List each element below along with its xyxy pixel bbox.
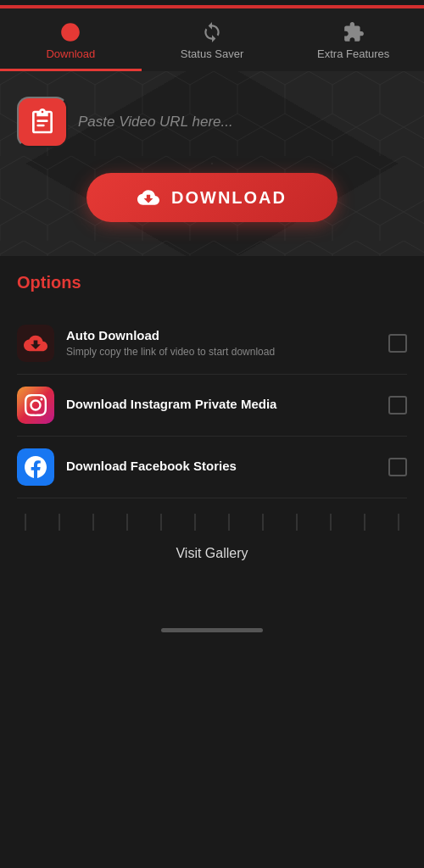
download-cloud-icon — [137, 186, 159, 209]
facebook-logo-icon — [25, 456, 47, 478]
tick-11 — [364, 514, 365, 531]
tick-7 — [228, 514, 230, 531]
home-indicator — [161, 628, 263, 632]
tab-status-saver-label: Status Saver — [181, 47, 243, 60]
paste-icon — [29, 108, 56, 136]
tick-6 — [194, 514, 196, 531]
url-input-wrapper — [78, 114, 407, 131]
options-section: Options Auto Download Simply copy the li… — [0, 256, 424, 507]
facebook-option-title: Download Facebook Stories — [66, 459, 377, 473]
tick-1 — [25, 514, 26, 531]
extra-features-tab-icon — [342, 20, 365, 44]
tab-download-label: Download — [46, 47, 95, 60]
auto-download-desc: Simply copy the link of video to start d… — [66, 345, 377, 359]
tick-2 — [59, 514, 60, 531]
tick-9 — [296, 514, 298, 531]
auto-download-icon — [17, 325, 54, 362]
status-saver-tab-icon — [200, 20, 224, 44]
instagram-option-text: Download Instagram Private Media — [66, 397, 377, 414]
option-facebook: Download Facebook Stories — [17, 437, 407, 498]
tick-4 — [126, 514, 128, 531]
tab-extra-features[interactable]: Extra Features — [282, 15, 424, 71]
facebook-icon — [17, 448, 54, 486]
tick-8 — [262, 514, 264, 531]
visit-gallery-label: Visit Gallery — [176, 546, 248, 560]
tick-10 — [330, 514, 332, 531]
auto-download-checkbox[interactable] — [388, 334, 407, 353]
option-auto-download: Auto Download Simply copy the link of vi… — [17, 313, 407, 375]
download-tab-icon — [59, 20, 82, 44]
auto-download-title: Auto Download — [66, 328, 377, 342]
tab-download[interactable]: Download — [0, 15, 142, 71]
download-button[interactable]: DOWNLOAD — [86, 173, 338, 222]
auto-download-text: Auto Download Simply copy the link of vi… — [66, 328, 377, 359]
visit-gallery-button[interactable]: Visit Gallery — [176, 546, 248, 561]
instagram-logo-icon — [25, 394, 47, 416]
bottom-area — [0, 578, 424, 646]
svg-rect-1 — [36, 125, 44, 127]
instagram-option-title: Download Instagram Private Media — [66, 397, 377, 411]
tick-5 — [160, 514, 162, 531]
facebook-checkbox[interactable] — [388, 458, 407, 476]
download-button-section: DOWNLOAD — [0, 164, 424, 256]
download-button-label: DOWNLOAD — [171, 188, 287, 208]
paste-button[interactable] — [17, 97, 68, 147]
tab-extra-features-label: Extra Features — [317, 47, 389, 60]
facebook-option-text: Download Facebook Stories — [66, 459, 377, 476]
options-title: Options — [17, 273, 407, 292]
url-input[interactable] — [78, 114, 407, 131]
instagram-icon — [17, 387, 54, 424]
tick-row — [0, 507, 424, 537]
option-instagram: Download Instagram Private Media — [17, 375, 407, 437]
tab-status-saver[interactable]: Status Saver — [142, 15, 283, 71]
svg-rect-0 — [36, 120, 47, 122]
visit-gallery-section: Visit Gallery — [0, 537, 424, 578]
main-content: DOWNLOAD — [0, 71, 424, 256]
tick-12 — [398, 514, 399, 531]
instagram-checkbox[interactable] — [388, 396, 407, 415]
tick-3 — [92, 514, 94, 531]
input-section — [0, 71, 424, 164]
cloud-download-icon — [24, 331, 47, 355]
nav-tabs: Download Status Saver Extra Features — [0, 8, 424, 71]
